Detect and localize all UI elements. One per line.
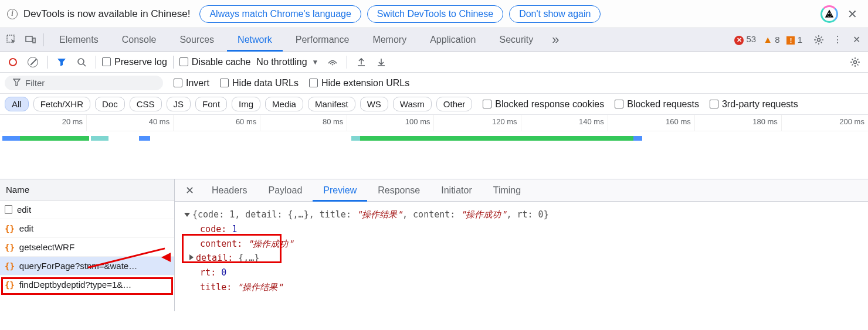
hide-data-urls-checkbox[interactable]: Hide data URLs	[220, 78, 299, 89]
document-icon	[5, 205, 12, 214]
request-item[interactable]: {} queryForPage?stnm=&wate…	[0, 257, 174, 275]
preserve-log-checkbox[interactable]: Preserve log	[102, 57, 167, 67]
collapse-icon[interactable]	[184, 213, 190, 217]
chip-wasm[interactable]: Wasm	[393, 97, 432, 111]
subtab-timing[interactable]: Timing	[483, 179, 531, 202]
json-prop-code[interactable]: code: 1	[184, 222, 859, 237]
chip-other[interactable]: Other	[436, 97, 473, 111]
device-icon[interactable]	[22, 32, 39, 48]
chip-ws[interactable]: WS	[360, 97, 388, 111]
chip-js[interactable]: JS	[167, 97, 191, 111]
json-icon: {}	[5, 224, 15, 233]
filter-row: Filter Invert Hide data URLs Hide extens…	[0, 73, 868, 94]
json-preview[interactable]: {code: 1, detail: {,…}, title: "操作结果", c…	[175, 202, 868, 311]
svg-point-4	[78, 59, 84, 64]
blocked-cookies-checkbox[interactable]: Blocked response cookies	[483, 99, 604, 110]
close-details-icon[interactable]: ✕	[178, 184, 201, 197]
extension-logo[interactable]	[820, 5, 838, 23]
chip-font[interactable]: Font	[195, 97, 227, 111]
timeline-tick: 40 ms	[87, 115, 174, 131]
chip-img[interactable]: Img	[232, 97, 260, 111]
kebab-icon[interactable]: ⋮	[829, 32, 846, 48]
subtab-preview[interactable]: Preview	[313, 179, 367, 202]
tab-network[interactable]: Network	[227, 28, 283, 52]
request-item[interactable]: {} getselectWRF	[0, 238, 174, 257]
resource-type-chips: All Fetch/XHR Doc CSS JS Font Img Media …	[0, 94, 868, 115]
close-devtools-icon[interactable]: ✕	[848, 32, 864, 48]
third-party-checkbox[interactable]: 3rd-party requests	[710, 99, 798, 110]
expand-icon[interactable]	[189, 254, 194, 260]
settings-icon[interactable]	[811, 32, 827, 48]
warning-icon: ▲	[763, 35, 772, 45]
subtab-initiator[interactable]: Initiator	[430, 179, 482, 202]
request-name: findDeptbydeptid?type=1&…	[19, 280, 131, 290]
disable-cache-checkbox[interactable]: Disable cache	[179, 57, 251, 67]
filter-input[interactable]: Filter	[5, 76, 163, 90]
tab-application[interactable]: Application	[419, 28, 486, 52]
inspect-icon[interactable]	[4, 32, 20, 48]
request-list: Name edit {} edit {} getselectWRF {} que…	[0, 179, 175, 311]
timeline-tick: 20 ms	[0, 115, 87, 131]
request-item[interactable]: {} findDeptbydeptid?type=1&…	[0, 275, 174, 294]
filter-toggle-icon[interactable]	[53, 54, 70, 70]
json-prop-content[interactable]: content: "操作成功"	[184, 237, 859, 251]
blocked-requests-checkbox[interactable]: Blocked requests	[615, 99, 699, 110]
json-icon: {}	[5, 280, 15, 290]
dont-show-again-button[interactable]: Don't show again	[509, 5, 601, 23]
json-prop-rt[interactable]: rt: 0	[184, 266, 859, 280]
separator	[173, 56, 174, 69]
chip-css[interactable]: CSS	[130, 97, 162, 111]
match-language-button[interactable]: Always match Chrome's language	[199, 5, 361, 23]
details-pane: Name edit {} edit {} getselectWRF {} que…	[0, 179, 868, 311]
timeline-tick: 80 ms	[260, 115, 347, 131]
request-item[interactable]: edit	[0, 200, 174, 219]
chip-doc[interactable]: Doc	[95, 97, 125, 111]
infobar: i DevTools is now available in Chinese! …	[0, 0, 868, 28]
export-har-icon[interactable]	[353, 54, 369, 70]
tab-elements[interactable]: Elements	[49, 28, 109, 52]
tab-performance[interactable]: Performance	[285, 28, 360, 52]
invert-checkbox[interactable]: Invert	[174, 78, 209, 89]
json-root[interactable]: {code: 1, detail: {,…}, title: "操作结果", c…	[184, 207, 859, 222]
chip-all[interactable]: All	[5, 97, 29, 111]
separator	[347, 56, 347, 69]
json-prop-detail[interactable]: detail: {,…}	[184, 251, 859, 266]
warning-count: 8	[775, 35, 779, 45]
issue-count: 1	[798, 35, 802, 45]
close-infobar-icon[interactable]: ✕	[844, 7, 861, 21]
throttling-select[interactable]: No throttling ▼	[254, 57, 321, 67]
svg-line-5	[83, 64, 86, 66]
json-prop-title[interactable]: title: "操作结果"	[184, 280, 859, 295]
issue-icon: !	[786, 36, 795, 45]
network-conditions-icon[interactable]	[324, 54, 341, 70]
record-icon[interactable]	[5, 54, 21, 70]
chip-manifest[interactable]: Manifest	[308, 97, 355, 111]
import-har-icon[interactable]	[373, 54, 389, 70]
infobar-message: DevTools is now available in Chinese!	[23, 8, 190, 20]
tab-sources[interactable]: Sources	[169, 28, 225, 52]
request-name: queryForPage?stnm=&wate…	[19, 261, 137, 271]
clear-icon[interactable]	[25, 54, 41, 70]
tab-security[interactable]: Security	[489, 28, 544, 52]
network-settings-icon[interactable]	[847, 54, 863, 70]
chip-fetch-xhr[interactable]: Fetch/XHR	[33, 97, 90, 111]
info-icon: i	[7, 9, 18, 19]
request-item[interactable]: {} edit	[0, 219, 174, 238]
chip-media[interactable]: Media	[265, 97, 303, 111]
waterfall-bars	[0, 131, 868, 155]
svg-rect-2	[33, 38, 35, 43]
more-tabs-icon[interactable]: »	[546, 32, 565, 47]
switch-chinese-button[interactable]: Switch DevTools to Chinese	[367, 5, 503, 23]
timeline-tick: 180 ms	[695, 115, 782, 131]
request-list-header[interactable]: Name	[0, 179, 174, 200]
subtab-payload[interactable]: Payload	[257, 179, 313, 202]
timeline-overview[interactable]: 20 ms 40 ms 60 ms 80 ms 100 ms 120 ms 14…	[0, 115, 868, 179]
tab-memory[interactable]: Memory	[362, 28, 417, 52]
subtab-headers[interactable]: Headers	[201, 179, 257, 202]
tab-console[interactable]: Console	[111, 28, 167, 52]
search-icon[interactable]	[73, 54, 90, 70]
issue-counts[interactable]: ✕ 53 ▲ 8 ! 1	[734, 34, 802, 45]
subtab-response[interactable]: Response	[367, 179, 430, 202]
hide-ext-urls-checkbox[interactable]: Hide extension URLs	[309, 78, 409, 89]
request-name: edit	[19, 223, 33, 233]
